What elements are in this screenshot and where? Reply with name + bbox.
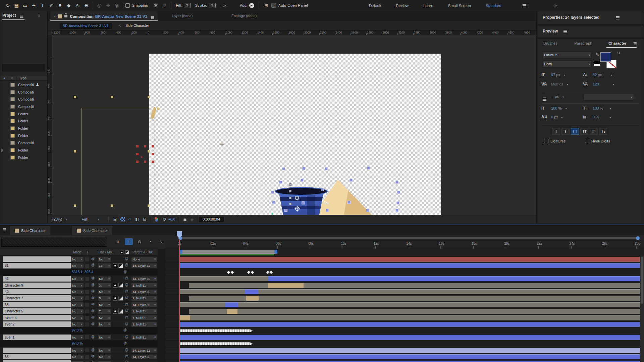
parent-link-dropdown[interactable]: 14. Layer 32∨ [131,302,157,307]
puppet-pin-tool-icon[interactable]: ⊕ [82,3,91,8]
parent-pickwhip-icon[interactable]: @ [125,354,128,358]
blend-mode-dropdown[interactable]: Nc∨ [71,309,84,314]
parent-pickwhip-icon[interactable]: @ [125,263,128,267]
selection-handle[interactable] [301,179,304,182]
pickwhip-icon[interactable]: @ [91,315,95,319]
channel-icon[interactable] [154,217,159,222]
tsume-control[interactable]: ⊠ 0%▼ [583,115,611,119]
work-area-end-handle[interactable] [274,250,277,254]
selection-handle[interactable] [284,209,287,212]
layer-duration-bar[interactable] [179,276,268,281]
selection-handle[interactable] [282,167,285,170]
t-switch-cell[interactable] [85,263,90,268]
blend-mode-dropdown[interactable]: Nc∨ [71,355,84,359]
selection-handle[interactable] [326,209,329,212]
tab-character[interactable]: Character [608,41,627,45]
t-column-header[interactable]: T [87,250,89,254]
vertical-scale-control[interactable]: IT 100%▼ [541,106,567,111]
viewer-timecode[interactable]: 0:00:00:04 [198,216,224,222]
composition-tab[interactable]: × Composition BR-Austar-New Scene 31-V1 [50,11,158,21]
parent-link-dropdown[interactable]: 14. Layer 32∨ [131,263,157,268]
layer-duration-bar[interactable] [268,283,304,288]
timeline-tab[interactable]: Side Character [10,226,50,235]
layer-duration-bar[interactable] [179,302,644,307]
blend-mode-dropdown[interactable]: Nc∨ [71,296,84,301]
parent-pickwhip-icon[interactable]: @ [125,315,128,319]
t-switch-cell[interactable] [85,302,90,307]
selection-handle[interactable] [366,209,369,212]
trackmatte-dropdown[interactable]: Nc∨ [98,290,111,294]
orbit-camera-tool-icon[interactable]: ◎ [95,3,104,8]
blend-mode-dropdown[interactable]: Nc∨ [71,290,84,294]
alpha-matte-icon[interactable] [113,309,117,314]
selection-handle-red[interactable] [152,153,154,155]
auto-keyframe-icon[interactable]: ◔ [146,238,154,245]
transparency-grid-icon[interactable] [120,217,125,222]
kerning-control[interactable]: V⁄A Metrics▼ [541,82,569,86]
trackmatte-dropdown[interactable]: Nc∨ [98,348,111,353]
add-button[interactable]: ▶ [249,3,254,8]
selection-handle-red[interactable] [136,161,139,163]
nav-handle-right[interactable] [636,236,640,240]
keyframe-icon[interactable] [266,270,269,274]
pickwhip-icon[interactable]: @ [91,348,95,352]
pickwhip-icon[interactable]: @ [91,257,95,260]
timeline-nav-bar[interactable] [181,237,637,239]
camera-tool-icon[interactable]: ▦ [12,3,21,8]
motion-blur-icon[interactable]: ⊙ [136,238,144,245]
project-row[interactable]: Compositi [0,139,48,147]
parent-pickwhip-icon[interactable]: @ [125,257,128,260]
parent-link-dropdown[interactable]: 1. Null 51∨ [131,322,157,327]
selection-handle[interactable] [279,181,282,184]
layer-duration-bar[interactable] [268,276,644,281]
selection-handle[interactable] [302,201,305,204]
parent-link-dropdown[interactable]: 1. Null 51∨ [131,309,157,314]
pan-camera-tool-icon[interactable]: ✚ [104,3,112,8]
tab-menu-icon[interactable] [151,16,154,17]
layer-duration-bar[interactable] [179,354,644,359]
exposure-value[interactable]: +0.0 [168,217,175,221]
property-value[interactable]: 97.0 % [72,341,83,345]
expression-bar[interactable] [179,329,253,332]
font-style-dropdown[interactable]: Demi∨ [543,61,592,68]
layer-duration-bar[interactable] [179,322,644,327]
pickwhip-icon[interactable]: @ [91,322,95,325]
work-area-start-handle[interactable] [179,250,182,254]
leading-control[interactable]: A↕ 82px▼ [583,72,613,77]
pickwhip-icon[interactable]: @ [91,335,95,339]
keyframe-icon[interactable] [251,270,254,274]
t-switch-cell[interactable] [85,277,90,281]
mesh-handle[interactable] [289,190,291,192]
layer-row[interactable]: Character 9Nc∨@3.∨@1. Null 51∨ [0,282,644,289]
panel-menu-icon[interactable] [616,16,620,17]
selection-handle[interactable] [397,191,400,194]
text-box-handle[interactable] [74,96,76,98]
t-switch-cell[interactable] [85,322,90,327]
selection-handle[interactable] [272,201,275,204]
pixel-aspect-icon[interactable]: ⊡ [141,216,148,222]
panel-menu-icon[interactable] [3,228,6,229]
toolbar-overflow[interactable]: » [554,3,556,8]
subscript-toggle[interactable]: T₁ [599,128,607,135]
parent-pickwhip-icon[interactable]: @ [125,309,128,312]
snap-along-edges-icon[interactable]: ✱ [152,3,160,8]
magnification-dropdown[interactable]: (20%) [52,217,62,221]
luma-matte-icon[interactable] [118,283,123,288]
t-switch-cell[interactable] [85,257,90,262]
clone-stamp-tool-icon[interactable]: ♜ [56,3,64,8]
mask-visibility-icon[interactable]: ◧ [133,216,141,222]
black-white-swatch[interactable] [594,61,600,66]
blend-mode-dropdown[interactable]: Nc∨ [71,257,84,262]
workspace-standard[interactable]: Standard [486,4,501,8]
layer-name-cell[interactable]: Character 5 [3,308,71,314]
selection-handle[interactable] [367,167,370,170]
layer-row[interactable]: Nc∨@Nc∨@None∨ [0,256,644,262]
text-box-handle[interactable] [74,204,76,207]
parent-pickwhip-icon[interactable]: @ [125,289,128,293]
project-row[interactable]: Compositi [0,103,48,110]
layer-duration-bar[interactable] [179,348,644,353]
text-box-handle[interactable] [148,204,150,207]
trackmatte-dropdown[interactable]: Nc∨ [98,302,111,307]
blend-mode-dropdown[interactable]: Nc∨ [71,315,84,320]
font-size-control[interactable]: tT 97px▼ [541,72,566,77]
